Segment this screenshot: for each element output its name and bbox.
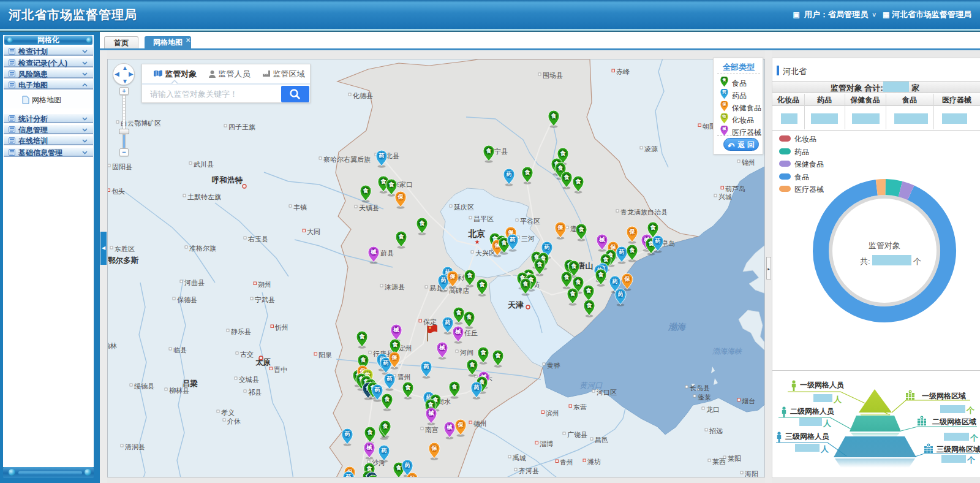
svg-text:保: 保	[409, 475, 416, 477]
svg-text:任丘: 任丘	[464, 329, 478, 337]
svg-text:滨州: 滨州	[546, 409, 559, 417]
svg-text:药: 药	[404, 462, 410, 468]
svg-text:呼和浩特: 呼和浩特	[212, 175, 243, 184]
svg-text:械: 械	[428, 410, 434, 416]
svg-text:药: 药	[619, 249, 625, 255]
svg-text:食: 食	[537, 261, 543, 267]
svg-text:黄骅: 黄骅	[547, 362, 560, 369]
svg-text:保: 保	[391, 354, 398, 360]
svg-text:德州: 德州	[473, 420, 487, 427]
svg-text:青龙满族自治县: 青龙满族自治县	[620, 208, 668, 216]
svg-text:保: 保	[431, 445, 438, 451]
svg-text:食: 食	[367, 429, 374, 435]
svg-text:东营: 东营	[573, 403, 587, 411]
svg-text:食: 食	[382, 423, 389, 429]
svg-text:药: 药	[386, 376, 393, 382]
svg-text:海阳: 海阳	[745, 470, 758, 477]
svg-text:食: 食	[466, 314, 473, 320]
svg-text:晋中: 晋中	[274, 366, 287, 373]
svg-text:食: 食	[557, 165, 564, 171]
svg-text:招远: 招远	[709, 427, 723, 435]
svg-text:临县: 临县	[173, 346, 187, 354]
svg-text:蔚县: 蔚县	[380, 249, 394, 257]
svg-text:晋州: 晋州	[398, 373, 411, 381]
svg-text:土默特左旗: 土默特左旗	[187, 193, 221, 200]
svg-text:食: 食	[564, 174, 570, 180]
svg-text:药: 药	[612, 278, 618, 284]
svg-text:械: 械	[439, 344, 445, 351]
svg-text:静乐县: 静乐县	[231, 328, 251, 335]
svg-text:渤海: 渤海	[668, 322, 687, 332]
svg-text:食: 食	[467, 272, 473, 278]
svg-text:妆: 妆	[722, 114, 726, 119]
svg-text:赤峰: 赤峰	[616, 68, 630, 75]
svg-text:食: 食	[586, 302, 593, 308]
svg-text:莱阳: 莱阳	[728, 455, 741, 462]
svg-text:食: 食	[405, 384, 412, 390]
svg-text:食: 食	[524, 169, 531, 175]
svg-text:清涧县: 清涧县	[124, 443, 145, 451]
svg-text:化德县: 化德县	[352, 92, 373, 99]
svg-text:准格尔旗: 准格尔旗	[189, 245, 216, 252]
svg-text:围场县: 围场县	[543, 72, 563, 79]
svg-text:天镇县: 天镇县	[359, 204, 379, 211]
svg-text:药: 药	[617, 291, 624, 297]
svg-text:淄博: 淄博	[540, 440, 553, 447]
svg-text:蓬莱: 蓬莱	[698, 394, 711, 401]
svg-text:药: 药	[423, 363, 429, 370]
svg-text:莱西: 莱西	[712, 458, 726, 465]
svg-text:大兴区: 大兴区	[475, 249, 496, 257]
svg-text:丰镇: 丰镇	[293, 203, 307, 211]
svg-text:太原: 太原	[255, 358, 271, 367]
svg-text:交城县: 交城县	[239, 376, 259, 383]
svg-text:食: 食	[722, 77, 726, 82]
svg-text:药: 药	[445, 319, 451, 325]
svg-text:械: 械	[722, 126, 726, 131]
svg-text:保德县: 保德县	[177, 296, 197, 303]
svg-text:右玉县: 右玉县	[248, 235, 268, 243]
svg-text:药: 药	[473, 384, 480, 390]
svg-text:潍坊: 潍坊	[587, 458, 601, 465]
svg-text:四子王旗: 四子王旗	[228, 123, 255, 131]
svg-text:食: 食	[570, 291, 576, 297]
svg-text:保: 保	[722, 102, 726, 107]
svg-text:大同: 大同	[307, 228, 320, 235]
svg-text:天津: 天津	[507, 300, 524, 310]
svg-text:保: 保	[624, 276, 631, 282]
svg-text:药: 药	[655, 238, 661, 244]
svg-text:烟台: 烟台	[742, 397, 755, 405]
svg-text:祁县: 祁县	[248, 389, 262, 396]
svg-text:械: 械	[393, 327, 399, 333]
svg-text:朔州: 朔州	[258, 281, 271, 288]
svg-text:保定: 保定	[423, 318, 437, 325]
svg-text:药: 药	[722, 89, 726, 94]
svg-text:药: 药	[544, 244, 550, 250]
svg-text:宁县: 宁县	[494, 148, 508, 155]
svg-text:南宫: 南宫	[425, 426, 439, 433]
svg-text:保: 保	[458, 422, 464, 428]
svg-text:察哈尔右翼后旗: 察哈尔右翼后旗	[323, 156, 371, 163]
svg-text:食: 食	[603, 256, 609, 262]
svg-text:齐河县: 齐河县	[519, 467, 539, 474]
svg-text:食: 食	[575, 178, 582, 184]
svg-text:食: 食	[479, 281, 486, 287]
svg-text:河间: 河间	[460, 349, 473, 356]
svg-text:三河: 三河	[521, 235, 535, 242]
svg-text:食: 食	[428, 401, 434, 408]
svg-text:食: 食	[360, 357, 367, 363]
svg-text:药: 药	[381, 447, 387, 454]
svg-text:昌邑: 昌邑	[595, 436, 608, 444]
svg-text:械: 械	[599, 237, 605, 243]
svg-text:食: 食	[586, 287, 592, 294]
svg-text:食: 食	[629, 247, 636, 253]
svg-text:药: 药	[440, 277, 447, 283]
svg-text:食: 食	[469, 362, 476, 368]
svg-text:药: 药	[510, 237, 516, 243]
svg-text:包头: 包头	[111, 188, 125, 195]
svg-text:禹城: 禹城	[513, 454, 526, 462]
svg-text:食: 食	[578, 226, 585, 232]
svg-text:凌源: 凌源	[644, 145, 658, 153]
svg-text:武川县: 武川县	[194, 161, 214, 168]
svg-text:榆林: 榆林	[108, 342, 117, 349]
svg-text:龙口: 龙口	[706, 406, 720, 413]
